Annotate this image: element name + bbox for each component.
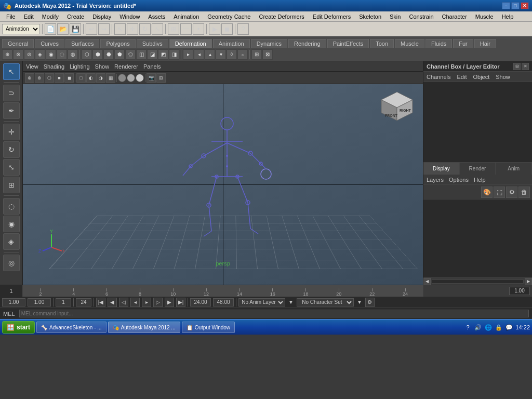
menu-assets[interactable]: Assets [144, 12, 169, 21]
step-back-key-btn[interactable]: ◁ [119, 298, 128, 307]
layer-delete-btn[interactable]: 🗑 [518, 187, 530, 198]
3d-viewport[interactable]: FRONT RIGHT X Y Z persp [23, 84, 423, 285]
menu-geometry-cache[interactable]: Geometry Cache [203, 12, 255, 21]
layer-options-btn[interactable]: ⚙ [506, 187, 517, 198]
vt-texture-btn[interactable]: ▦ [106, 73, 115, 83]
layers-options[interactable]: Options [449, 177, 469, 183]
move-tool-btn[interactable]: ✛ [3, 124, 20, 140]
step-forward-btn[interactable]: ▶ [165, 298, 174, 307]
playback-end-field[interactable] [213, 298, 234, 307]
minimize-button[interactable]: – [502, 2, 510, 9]
menu-character[interactable]: Character [438, 12, 471, 21]
snap-curve-btn[interactable]: 〰 [180, 23, 192, 35]
character-set-dropdown[interactable]: No Character Set [297, 298, 354, 307]
move-btn[interactable]: ✛ [127, 23, 138, 35]
taskbar-item-maya[interactable]: 🎭 Autodesk Maya 2012 ... [108, 322, 180, 333]
step-back-btn[interactable]: ◀ [108, 298, 117, 307]
mel-input[interactable] [19, 310, 529, 317]
panel-close-btn[interactable]: ✕ [522, 63, 529, 70]
rp-tab-display[interactable]: Display [423, 163, 460, 175]
vt-btn-2[interactable]: ⊗ [35, 73, 44, 83]
channels-menu[interactable]: Channels [427, 74, 450, 80]
anim-frame-field[interactable] [56, 298, 71, 307]
deform-tool-24[interactable]: ⊠ [262, 49, 273, 60]
deform-tool-19[interactable]: ▴ [205, 49, 215, 60]
new-scene-btn[interactable]: 📄 [45, 23, 56, 35]
vt-flat-btn[interactable]: ◑ [96, 73, 105, 83]
scroll-track[interactable] [432, 280, 524, 284]
deform-tool-2[interactable]: ⊗ [13, 49, 23, 60]
tab-deformation[interactable]: Deformation [169, 39, 212, 48]
goto-end-btn[interactable]: ▶| [176, 298, 185, 307]
save-scene-btn[interactable]: 💾 [70, 23, 81, 35]
select-btn[interactable]: ↖ [114, 23, 126, 35]
vt-wireframe-btn[interactable]: □ [76, 73, 86, 83]
rotate-btn[interactable]: ↻ [139, 23, 151, 35]
deform-tool-20[interactable]: ▾ [216, 49, 226, 60]
scale-btn[interactable]: ⤡ [152, 23, 163, 35]
deform-tool-22[interactable]: ⬦ [237, 49, 248, 60]
anim-start-field[interactable] [2, 298, 25, 307]
network-tray-icon[interactable]: 🌐 [484, 323, 493, 331]
deform-tool-15[interactable]: ◩ [158, 49, 168, 60]
anim-end-field[interactable] [76, 298, 91, 307]
channels-object[interactable]: Object [473, 74, 489, 80]
vt-light-3[interactable] [136, 74, 144, 82]
menu-modify[interactable]: Modify [38, 12, 63, 21]
redo-btn[interactable]: ↪ [98, 23, 110, 35]
show-manip-btn[interactable]: ◎ [3, 255, 20, 271]
menu-create[interactable]: Create [63, 12, 88, 21]
menu-edit[interactable]: Edit [20, 12, 38, 21]
sound-tray-icon[interactable]: 🔊 [474, 323, 482, 331]
paint-select-btn[interactable]: ✒ [3, 102, 20, 119]
deform-tool-18[interactable]: ◂ [194, 49, 204, 60]
tab-polygons[interactable]: Polygons [100, 39, 135, 48]
viewport-menu-shading[interactable]: Shading [44, 63, 64, 70]
scale-tool-btn[interactable]: ⤡ [3, 159, 20, 176]
vt-camera-btn[interactable]: 📷 [147, 73, 156, 83]
layer-add-btn[interactable]: 🎨 [481, 187, 493, 198]
open-scene-btn[interactable]: 📂 [57, 23, 69, 35]
deform-tool-8[interactable]: ⬡ [82, 49, 92, 60]
vt-btn-1[interactable]: ⊕ [25, 73, 34, 83]
viewport-menu-panels[interactable]: Panels [143, 63, 161, 70]
layer-add-selected-btn[interactable]: ⬚ [494, 187, 505, 198]
vt-light-2[interactable] [127, 74, 135, 82]
menu-animation[interactable]: Animation [169, 12, 203, 21]
deform-tool-10[interactable]: ⬣ [103, 49, 114, 60]
tab-paint-effects[interactable]: PaintEffects [327, 39, 369, 48]
viewport-menu-show[interactable]: Show [95, 63, 110, 70]
playback-start-field[interactable] [190, 298, 211, 307]
tab-hair[interactable]: Hair [474, 39, 496, 48]
vt-smooth-btn[interactable]: ◐ [86, 73, 96, 83]
scroll-left-btn[interactable]: ◀ [423, 278, 431, 285]
anim-settings-btn[interactable]: ⚙ [365, 298, 375, 307]
scroll-right-btn[interactable]: ▶ [525, 278, 532, 285]
tab-dynamics[interactable]: Dynamics [251, 39, 287, 48]
tab-subdivs[interactable]: Subdivs [137, 39, 168, 48]
close-button[interactable]: ✕ [521, 2, 529, 9]
snap-point-btn[interactable]: • [193, 23, 204, 35]
menu-window[interactable]: Window [115, 12, 144, 21]
mode-dropdown[interactable]: Animation Modeling Dynamics Rendering [2, 24, 40, 34]
sculpt-btn[interactable]: ◉ [3, 216, 20, 232]
menu-skeleton[interactable]: Skeleton [355, 12, 385, 21]
deform-tool-1[interactable]: ⊕ [2, 49, 12, 60]
play-forward-btn[interactable]: ▸ [142, 298, 151, 307]
tab-fluids[interactable]: Fluids [425, 39, 452, 48]
layers-menu[interactable]: Layers [427, 177, 444, 183]
deform-tool-17[interactable]: ▸ [183, 49, 193, 60]
timeline-ruler[interactable]: 2 4 6 8 10 12 14 16 18 20 22 24 [23, 285, 423, 297]
snap-grid-btn[interactable]: ⊞ [168, 23, 179, 35]
deform-tool-12[interactable]: ⬠ [125, 49, 136, 60]
deform-tool-7[interactable]: ◍ [68, 49, 78, 60]
select-tool-btn[interactable]: ↖ [3, 63, 20, 80]
deform-tool-11[interactable]: ⬟ [114, 49, 125, 60]
step-forward-key-btn[interactable]: ▷ [153, 298, 163, 307]
tab-rendering[interactable]: Rendering [288, 39, 326, 48]
viewport-menu-view[interactable]: View [26, 63, 38, 70]
menu-display[interactable]: Display [88, 12, 115, 21]
deform-tool-9[interactable]: ⬢ [92, 49, 103, 60]
taskbar-item-output[interactable]: 📋 Output Window [182, 322, 235, 333]
deform-tool-14[interactable]: ◪ [147, 49, 157, 60]
